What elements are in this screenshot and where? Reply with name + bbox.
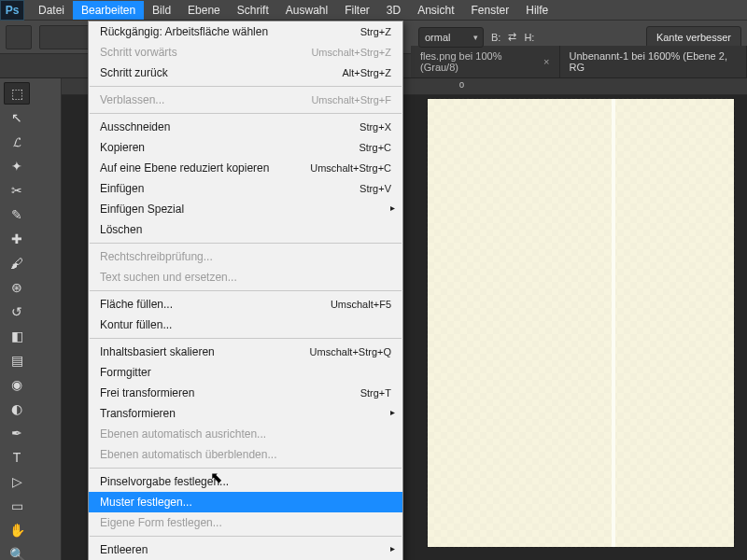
menu-item-verblassen: Verblassen...Umschalt+Strg+F [89,90,402,110]
menu-schrift[interactable]: Schrift [229,1,277,20]
menu-separator [90,290,402,291]
menu-item-fl-che-f-llen[interactable]: Fläche füllen...Umschalt+F5 [89,294,402,315]
canvas-crease [612,99,615,547]
menu-item-schritt-zur-ck[interactable]: Schritt zurückAlt+Strg+Z [89,63,402,83]
document-tab[interactable]: fles.png bei 100% (Grau/8)× [411,46,560,77]
blur-tool[interactable]: ◉ [4,373,30,396]
menu-separator [90,468,402,469]
lasso-tool[interactable]: 𝓛 [4,131,30,153]
refine-edge-button[interactable]: Kante verbesser [646,26,741,49]
menu-item-frei-transformieren[interactable]: Frei transformierenStrg+T [89,383,402,403]
canvas[interactable] [428,99,734,547]
menu-item-kontur-f-llen[interactable]: Kontur füllen... [89,315,402,335]
menu-item-formgitter[interactable]: Formgitter [89,362,402,383]
gradient-tool[interactable]: ▤ [4,349,30,371]
menu-item-inhaltsbasiert-skalieren[interactable]: Inhaltsbasiert skalierenUmschalt+Strg+Q [89,342,402,362]
canvas-texture [428,99,734,547]
stamp-tool[interactable]: ⊛ [4,276,30,299]
marquee-tool[interactable]: ⬚ [4,82,30,105]
menu-item-text-suchen-und-ersetzen: Text suchen und ersetzen... [89,267,402,287]
menu-item-l-schen[interactable]: Löschen [89,219,402,240]
edit-menu-dropdown: Rückgängig: Arbeitsfläche wählenStrg+ZSc… [88,21,403,560]
eraser-tool[interactable]: ◧ [4,325,30,347]
dodge-tool[interactable]: ◐ [4,398,30,420]
menu-item-entleeren[interactable]: Entleeren [89,539,402,560]
menu-item-schritt-vorw-rts: Schritt vorwärtsUmschalt+Strg+Z [89,42,402,63]
ruler-tick: 0 [459,80,464,90]
brush-tool[interactable]: 🖌 [4,252,30,274]
menu-item-transformieren[interactable]: Transformieren [89,403,402,424]
selection-mode-btn[interactable] [39,25,93,49]
quick-select-tool[interactable]: ✦ [4,155,30,177]
shape-tool[interactable]: ▭ [4,495,30,517]
menu-item-muster-festlegen[interactable]: Muster festlegen... [89,492,402,512]
menu-auswahl[interactable]: Auswahl [277,1,336,20]
menu-item-rechtschreibpr-fung: Rechtschreibprüfung... [89,246,402,267]
menu-item-auf-eine-ebene-reduziert-kopieren[interactable]: Auf eine Ebene reduziert kopierenUmschal… [89,158,402,178]
menu-separator [90,338,402,339]
menu-filter[interactable]: Filter [336,1,378,20]
hand-tool[interactable]: ✋ [4,519,30,541]
menu-fenster[interactable]: Fenster [463,1,518,20]
pen-tool[interactable]: ✒ [4,422,30,444]
width-label: B: [491,32,500,43]
menu-item-einf-gen[interactable]: EinfügenStrg+V [89,178,402,199]
menu-hilfe[interactable]: Hilfe [517,1,557,20]
heal-tool[interactable]: ✚ [4,228,30,250]
menu-item-ebenen-automatisch-ausrichten: Ebenen automatisch ausrichten... [89,424,402,444]
type-tool[interactable]: T [4,446,30,469]
menu-ansicht[interactable]: Ansicht [409,1,462,20]
menu-separator [90,113,402,114]
link-icon[interactable]: ⇄ [508,31,516,43]
style-select[interactable]: ormal [418,27,484,48]
menu-bild[interactable]: Bild [144,1,179,20]
app-logo: Ps [0,0,24,21]
menu-item-eigene-form-festlegen: Eigene Form festlegen... [89,512,402,533]
menu-datei[interactable]: Datei [30,1,73,20]
eyedropper-tool[interactable]: ✎ [4,203,30,226]
menu-item-kopieren[interactable]: KopierenStrg+C [89,137,402,158]
menu-separator [90,243,402,244]
path-select-tool[interactable]: ▷ [4,470,30,493]
menu-bar: Ps DateiBearbeitenBildEbeneSchriftAuswah… [0,0,747,21]
marquee-preset-icon[interactable] [6,25,32,49]
menu-item-einf-gen-spezial[interactable]: Einfügen Spezial [89,199,402,219]
menu-bearbeiten[interactable]: Bearbeiten [73,1,144,20]
menu-3d[interactable]: 3D [378,1,409,20]
menu-item-ausschneiden[interactable]: AusschneidenStrg+X [89,117,402,137]
menu-item-pinselvorgabe-festlegen[interactable]: Pinselvorgabe festlegen... [89,471,402,492]
close-icon[interactable]: × [543,56,549,67]
menu-item-r-ckg-ngig-arbeitsfl-che-w-hlen[interactable]: Rückgängig: Arbeitsfläche wählenStrg+Z [89,21,402,42]
menu-separator [90,536,402,537]
crop-tool[interactable]: ✂ [4,179,30,202]
document-tab[interactable]: Unbenannt-1 bei 1600% (Ebene 2, RG [560,46,747,77]
menu-item-ebenen-automatisch-berblenden: Ebenen automatisch überblenden... [89,444,402,465]
move-tool[interactable]: ↖ [4,106,30,129]
zoom-tool[interactable]: 🔍 [4,543,30,560]
menu-ebene[interactable]: Ebene [179,1,229,20]
height-label: H: [524,32,534,43]
tools-panel: ⬚↖𝓛✦✂✎✚🖌⊛↺◧▤◉◐✒T▷▭✋🔍◙▣ [0,78,62,560]
menu-separator [90,86,402,87]
history-brush-tool[interactable]: ↺ [4,301,30,323]
